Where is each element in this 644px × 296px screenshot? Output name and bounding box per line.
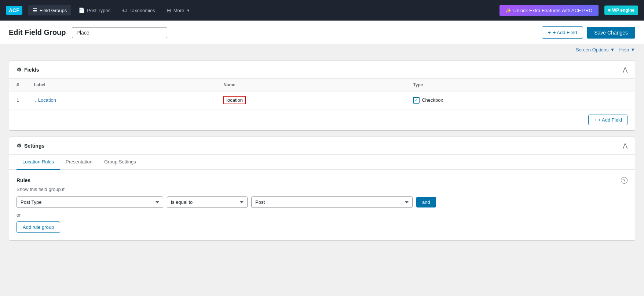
- rule-value-select[interactable]: Post: [251, 196, 413, 208]
- fields-panel-title: ⚙ Fields: [17, 66, 39, 73]
- settings-body: Rules ? Show this field group if Post Ty…: [9, 170, 635, 240]
- show-if-label: Show this field group if: [17, 187, 627, 192]
- top-nav: ACF ☰ Field Groups 📄 Post Types 🏷 Taxono…: [0, 0, 644, 21]
- header-actions: + + Add Field Save Changes: [542, 26, 635, 39]
- screen-options-bar: Screen Options ▼ Help ▼: [0, 45, 644, 55]
- rules-title: Rules: [17, 177, 30, 183]
- fields-table: # Label Name Type 1 ⌄ Location: [9, 79, 635, 109]
- wpengine-icon: ■: [608, 8, 611, 13]
- fields-settings-icon: ⚙: [17, 66, 21, 73]
- expand-icon[interactable]: ⌄: [34, 98, 37, 102]
- tab-location-rules[interactable]: Location Rules: [17, 155, 60, 170]
- rule-condition-select[interactable]: Post Type: [17, 196, 163, 208]
- chevron-down-icon: ▼: [630, 47, 635, 53]
- field-name-cell: location: [216, 91, 406, 109]
- and-button[interactable]: and: [416, 197, 436, 207]
- checkbox-type-icon: ✓: [413, 97, 420, 104]
- rules-header: Rules ?: [17, 177, 627, 184]
- field-groups-icon: ☰: [33, 7, 37, 13]
- taxonomies-icon: 🏷: [122, 7, 127, 13]
- settings-tabs: Location Rules Presentation Group Settin…: [9, 155, 635, 170]
- add-rule-group-button[interactable]: Add rule group: [17, 221, 60, 233]
- field-group-name-input[interactable]: [72, 27, 167, 38]
- more-icon: ⊞: [167, 7, 171, 13]
- table-row: 1 ⌄ Location location ✓ Checkbox: [9, 91, 635, 109]
- settings-gear-icon: ⚙: [17, 142, 21, 149]
- col-header-type: Type: [406, 79, 635, 91]
- settings-panel: ⚙ Settings ⋀ Location Rules Presentation…: [9, 137, 635, 241]
- fields-panel-header: ⚙ Fields ⋀: [9, 61, 635, 79]
- unlock-acf-pro-button[interactable]: ✨ Unlock Extra Features with ACF PRO: [500, 5, 599, 16]
- fields-panel-footer: + + Add Field: [9, 109, 635, 130]
- field-name-value: location: [223, 96, 246, 104]
- nav-item-taxonomies[interactable]: 🏷 Taxonomies: [118, 5, 159, 15]
- fields-panel: ⚙ Fields ⋀ # Label Name Type: [9, 61, 635, 131]
- or-label: or: [17, 212, 627, 218]
- help-button[interactable]: Help ▼: [619, 47, 635, 53]
- post-types-icon: 📄: [78, 7, 85, 13]
- star-icon: ✨: [505, 8, 511, 13]
- wpengine-logo: ■ WP engine: [604, 6, 638, 15]
- col-header-number: #: [9, 79, 26, 91]
- rule-operator-select[interactable]: is equal to: [167, 196, 248, 208]
- acf-logo: ACF: [6, 6, 22, 15]
- nav-item-more[interactable]: ⊞ More ▼: [162, 5, 195, 15]
- page-title: Edit Field Group: [9, 28, 66, 37]
- plus-icon: +: [548, 30, 551, 35]
- chevron-down-icon: ▼: [610, 47, 615, 53]
- add-field-button[interactable]: + + Add Field: [542, 26, 583, 39]
- field-label-cell: ⌄ Location: [26, 91, 216, 109]
- tab-group-settings[interactable]: Group Settings: [98, 155, 142, 170]
- col-header-label: Label: [26, 79, 216, 91]
- add-field-footer-button[interactable]: + + Add Field: [588, 115, 627, 125]
- plus-icon: +: [594, 117, 597, 123]
- fields-panel-collapse-button[interactable]: ⋀: [623, 66, 627, 73]
- settings-panel-header: ⚙ Settings ⋀: [9, 137, 635, 155]
- nav-item-post-types[interactable]: 📄 Post Types: [74, 5, 115, 15]
- page-header: Edit Field Group + + Add Field Save Chan…: [0, 21, 644, 45]
- field-label-link[interactable]: Location: [38, 97, 56, 103]
- col-header-name: Name: [216, 79, 406, 91]
- save-changes-button[interactable]: Save Changes: [587, 27, 635, 39]
- chevron-down-icon: ▼: [186, 8, 190, 12]
- settings-panel-title: ⚙ Settings: [17, 142, 44, 149]
- settings-panel-collapse-button[interactable]: ⋀: [623, 142, 627, 149]
- rule-row: Post Type is equal to Post and: [17, 196, 627, 208]
- main-content: ⚙ Fields ⋀ # Label Name Type: [0, 55, 644, 246]
- nav-item-field-groups[interactable]: ☰ Field Groups: [28, 5, 71, 15]
- row-number: 1: [9, 91, 26, 109]
- tab-presentation[interactable]: Presentation: [60, 155, 98, 170]
- content-area: ⚙ Fields ⋀ # Label Name Type: [9, 61, 635, 241]
- field-type-cell: ✓ Checkbox: [406, 91, 635, 109]
- help-circle-icon[interactable]: ?: [621, 177, 627, 184]
- screen-options-button[interactable]: Screen Options ▼: [576, 47, 615, 53]
